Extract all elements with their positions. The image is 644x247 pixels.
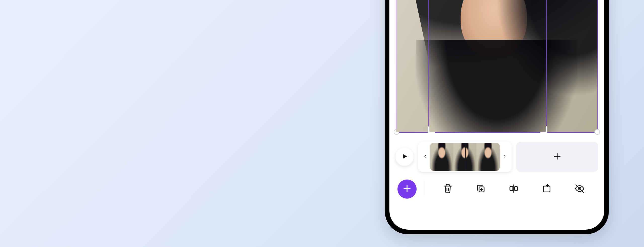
svg-rect-12 (543, 186, 550, 192)
plus-icon (553, 152, 561, 162)
chevron-right-icon (503, 154, 507, 159)
trash-icon (443, 184, 453, 195)
visibility-button[interactable] (563, 181, 596, 197)
split-icon (509, 184, 519, 195)
delete-button[interactable] (431, 181, 464, 197)
playhead[interactable] (465, 143, 466, 171)
split-button[interactable] (497, 181, 530, 197)
crop-handle-bottom-left[interactable] (428, 126, 435, 133)
clip-next-button[interactable] (500, 142, 510, 172)
svg-rect-9 (510, 187, 513, 191)
replace-icon (542, 184, 552, 195)
clip-frames[interactable] (430, 143, 500, 171)
duplicate-icon (476, 184, 486, 195)
timeline-row (389, 137, 604, 176)
clip-strip[interactable] (418, 142, 512, 172)
phone-frame (385, 0, 609, 234)
eye-off-icon (575, 184, 585, 195)
canvas-area[interactable] (389, 0, 604, 137)
add-clip-button[interactable] (516, 142, 598, 172)
plus-icon (403, 184, 412, 194)
crop-frame[interactable] (428, 0, 547, 133)
clip-prev-button[interactable] (420, 142, 430, 172)
bottom-toolbar (389, 176, 604, 209)
crop-handle-bottom-right[interactable] (540, 126, 547, 133)
phone-screen (389, 0, 604, 230)
play-icon (401, 153, 408, 161)
clip-frame[interactable] (476, 143, 500, 171)
duplicate-button[interactable] (464, 181, 497, 197)
toolbar-divider (424, 181, 424, 197)
chevron-left-icon (423, 154, 427, 159)
add-fab-button[interactable] (397, 180, 417, 199)
play-button[interactable] (395, 148, 414, 166)
replace-button[interactable] (530, 181, 563, 197)
svg-rect-10 (514, 187, 517, 191)
clip-frame[interactable] (430, 143, 453, 171)
